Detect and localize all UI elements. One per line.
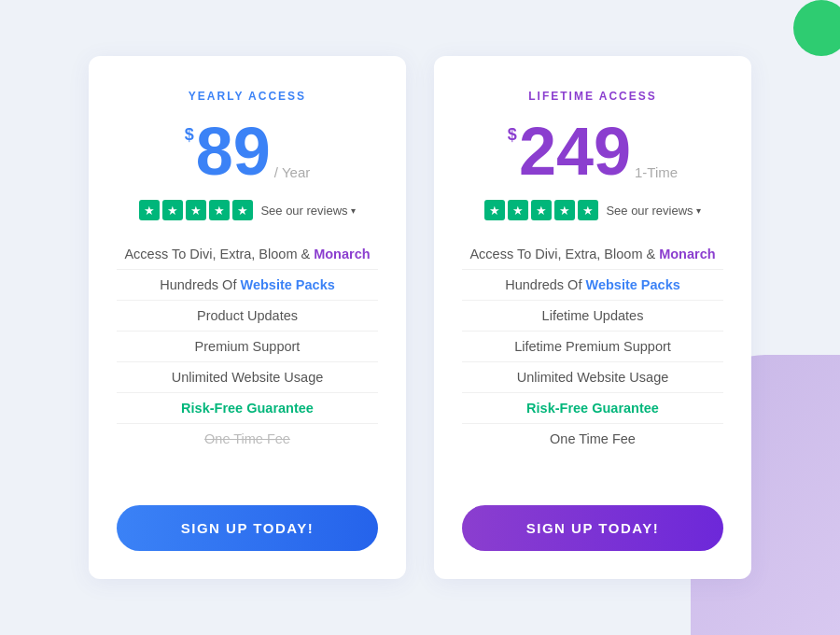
yearly-reviews-link[interactable]: See our reviews ▾ — [260, 204, 355, 218]
yearly-feature-5: Unlimited Website Usage — [117, 362, 378, 393]
yearly-price-row: $ 89 / Year — [185, 118, 310, 185]
lifetime-reviews-link[interactable]: See our reviews ▾ — [606, 204, 700, 218]
star-2: ★ — [162, 200, 183, 220]
chevron-down-icon: ▾ — [696, 205, 701, 216]
star-2: ★ — [508, 200, 528, 220]
lifetime-dollar-sign: $ — [508, 125, 517, 145]
lifetime-feature-1: Access To Divi, Extra, Bloom & Monarch — [462, 239, 723, 270]
star-4: ★ — [209, 200, 230, 220]
chevron-down-icon: ▾ — [351, 205, 356, 216]
star-3: ★ — [531, 200, 552, 220]
lifetime-feature-2: Hundreds Of Website Packs — [462, 270, 723, 301]
lifetime-feature-7: One Time Fee — [462, 424, 723, 454]
star-3: ★ — [186, 200, 206, 220]
yearly-feature-3: Product Updates — [117, 301, 378, 332]
yearly-feature-7: One Time Fee — [117, 424, 378, 454]
yearly-feature-1: Access To Divi, Extra, Bloom & Monarch — [117, 239, 378, 270]
lifetime-card: LIFETIME ACCESS $ 249 1-Time ★ ★ ★ ★ ★ S… — [434, 56, 751, 579]
yearly-feature-4: Premium Support — [117, 332, 378, 362]
yearly-feature-6: Risk-Free Guarantee — [117, 393, 378, 424]
lifetime-price-row: $ 249 1-Time — [508, 118, 678, 185]
lifetime-feature-5: Unlimited Website Usage — [462, 362, 723, 393]
lifetime-features-list: Access To Divi, Extra, Bloom & Monarch H… — [462, 239, 723, 487]
lifetime-feature-3: Lifetime Updates — [462, 301, 723, 332]
yearly-signup-button[interactable]: SIGN UP TODAY! — [117, 505, 378, 551]
lifetime-title: LIFETIME ACCESS — [528, 90, 657, 103]
lifetime-feature-4: Lifetime Premium Support — [462, 332, 723, 362]
yearly-features-list: Access To Divi, Extra, Bloom & Monarch H… — [117, 239, 378, 487]
lifetime-reviews-row: ★ ★ ★ ★ ★ See our reviews ▾ — [484, 200, 700, 220]
bg-circle — [793, 0, 840, 56]
yearly-card: YEARLY ACCESS $ 89 / Year ★ ★ ★ ★ ★ See … — [89, 56, 406, 579]
star-1: ★ — [139, 200, 160, 220]
star-4: ★ — [554, 200, 575, 220]
star-5: ★ — [232, 200, 253, 220]
yearly-feature-2: Hundreds Of Website Packs — [117, 270, 378, 301]
yearly-dollar-sign: $ — [185, 125, 194, 145]
star-1: ★ — [484, 200, 505, 220]
pricing-container: YEARLY ACCESS $ 89 / Year ★ ★ ★ ★ ★ See … — [61, 28, 779, 607]
yearly-price-period: / Year — [274, 164, 310, 180]
yearly-title: YEARLY ACCESS — [189, 90, 306, 103]
lifetime-stars: ★ ★ ★ ★ ★ — [484, 200, 598, 220]
lifetime-feature-6: Risk-Free Guarantee — [462, 393, 723, 424]
yearly-reviews-row: ★ ★ ★ ★ ★ See our reviews ▾ — [139, 200, 355, 220]
lifetime-signup-button[interactable]: SIGN UP TODAY! — [462, 505, 723, 551]
lifetime-price-period: 1-Time — [635, 164, 678, 180]
lifetime-price-number: 249 — [519, 118, 631, 185]
yearly-price-number: 89 — [196, 118, 271, 185]
yearly-stars: ★ ★ ★ ★ ★ — [139, 200, 253, 220]
star-5: ★ — [578, 200, 598, 220]
